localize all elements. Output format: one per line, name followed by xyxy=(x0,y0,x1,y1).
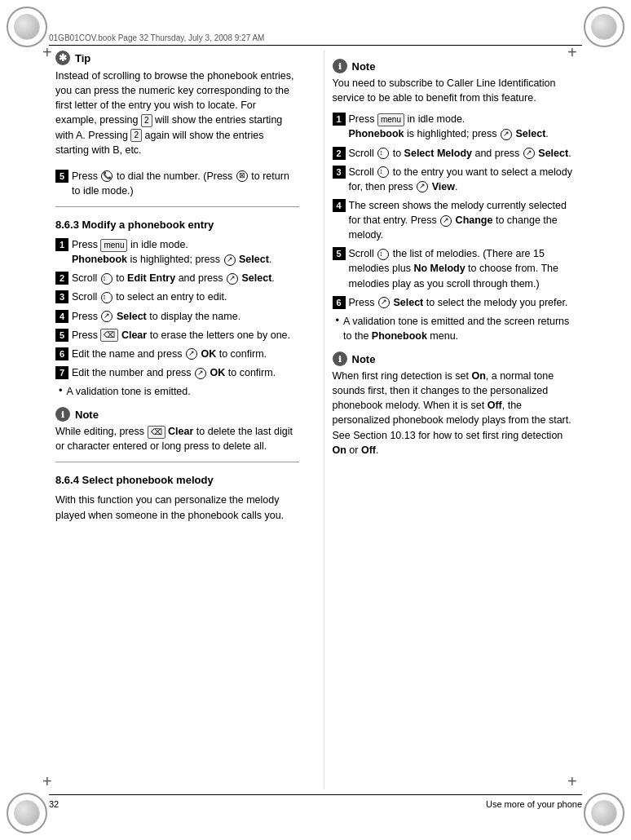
863-step-3-num: 3 xyxy=(55,290,68,303)
end-icon: ⊠ xyxy=(236,170,248,182)
863-note-label: Note xyxy=(75,409,99,421)
863-note-icon: ℹ xyxy=(55,407,70,422)
clear-key-2: ⌫ xyxy=(148,426,165,439)
863-note: ℹ Note While editing, press ⌫ Clear to d… xyxy=(55,407,299,453)
footer-page-number: 32 xyxy=(49,799,59,809)
footer-page-label: Use more of your phone xyxy=(486,799,582,809)
right-note-bottom-header: ℹ Note xyxy=(333,351,576,366)
863-step-1-num: 1 xyxy=(55,238,68,251)
tip-body: Instead of scrolling to browse the phone… xyxy=(55,69,299,157)
864-step-2-num: 2 xyxy=(333,147,346,160)
corner-decoration-bl xyxy=(7,793,47,833)
section-863-heading: 8.6.3 Modify a phonebook entry xyxy=(55,219,299,231)
right-note-top: ℹ Note You need to subscribe to Caller L… xyxy=(333,59,576,105)
863-step-6-content: Edit the name and press ↗ OK to confirm. xyxy=(72,347,299,361)
scroll-icon-r2 xyxy=(377,148,389,159)
right-column: ℹ Note You need to subscribe to Caller L… xyxy=(324,51,576,789)
divider-2 xyxy=(55,462,299,462)
863-bullet-text: A validation tone is emitted. xyxy=(67,384,191,399)
863-step-7-num: 7 xyxy=(55,366,68,379)
change-icon-r4: ↗ xyxy=(440,215,452,227)
view-icon-r3: ↗ xyxy=(417,181,428,192)
corner-decoration-tr xyxy=(584,7,624,47)
page-container: 01GB01COV.book Page 32 Thursday, July 3,… xyxy=(0,0,631,840)
864-step-4: 4 The screen shows the melody currently … xyxy=(333,198,576,242)
864-step-6: 6 Press ↗ Select to select the melody yo… xyxy=(333,295,576,310)
scroll-icon-r3 xyxy=(377,166,389,178)
863-step-3-content: Scroll to select an entry to edit. xyxy=(72,290,299,304)
select-icon-r6: ↗ xyxy=(378,297,390,308)
864-step-6-content: Press ↗ Select to select the melody you … xyxy=(349,295,576,310)
content-area: ✱ Tip Instead of scrolling to browse the… xyxy=(55,51,576,789)
step-5-number: 5 xyxy=(55,170,68,183)
863-step-3: 3 Scroll to select an entry to edit. xyxy=(55,290,299,304)
corner-decoration-tl xyxy=(7,7,47,47)
select-icon-r2: ↗ xyxy=(523,148,535,159)
864-step-3: 3 Scroll to the entry you want to select… xyxy=(333,165,576,194)
scroll-icon-2 xyxy=(101,273,113,285)
divider-1 xyxy=(55,206,299,207)
menu-key-r1: menu xyxy=(377,113,404,126)
864-step-4-content: The screen shows the melody currently se… xyxy=(349,198,576,242)
right-note-bottom-text: When first ring detection is set On, a n… xyxy=(333,369,576,458)
863-note-header: ℹ Note xyxy=(55,407,299,422)
863-step-2-content: Scroll to Edit Entry and press ↗ Select. xyxy=(72,271,299,285)
scroll-icon-3 xyxy=(101,292,113,303)
section-864-heading: 8.6.4 Select phonebook melody xyxy=(55,474,299,486)
menu-key-1: menu xyxy=(100,239,127,252)
864-step-3-num: 3 xyxy=(333,166,346,179)
864-bullet: A validation tone is emitted and the scr… xyxy=(336,314,576,343)
step-5-content: Press 📞 to dial the number. (Press ⊠ to … xyxy=(72,169,299,198)
tip-section: ✱ Tip Instead of scrolling to browse the… xyxy=(55,51,299,157)
tip-label: Tip xyxy=(75,52,90,64)
tip-key1: 2 xyxy=(141,114,152,127)
section-864-text: With this function you can personalize t… xyxy=(55,493,299,522)
864-step-2-content: Scroll to Select Melody and press ↗ Sele… xyxy=(349,146,576,161)
864-step-1-num: 1 xyxy=(333,113,346,126)
863-step-1: 1 Press menu in idle mode. Phonebook is … xyxy=(55,237,299,267)
right-note-top-text: You need to subscribe to Caller Line Ide… xyxy=(333,76,576,105)
select-icon-2: ↗ xyxy=(227,273,238,285)
left-column: ✱ Tip Instead of scrolling to browse the… xyxy=(55,51,307,789)
863-step-5-num: 5 xyxy=(55,329,68,342)
864-step-6-num: 6 xyxy=(333,296,346,309)
863-step-2: 2 Scroll to Edit Entry and press ↗ Selec… xyxy=(55,271,299,285)
864-step-5-num: 5 xyxy=(333,247,346,260)
864-step-5: 5 Scroll the list of melodies. (There ar… xyxy=(333,246,576,290)
right-note-bottom-icon: ℹ xyxy=(333,351,347,366)
right-note-bottom: ℹ Note When first ring detection is set … xyxy=(333,351,576,458)
tip-icon: ✱ xyxy=(55,51,70,65)
863-step-5: 5 Press ⌫ Clear to erase the letters one… xyxy=(55,328,299,343)
863-step-7-content: Edit the number and press ↗ OK to confir… xyxy=(72,365,299,380)
863-step-6: 6 Edit the name and press ↗ OK to confir… xyxy=(55,347,299,361)
header-text: 01GB01COV.book Page 32 Thursday, July 3,… xyxy=(49,33,264,42)
863-bullet: A validation tone is emitted. xyxy=(59,384,299,399)
864-step-4-num: 4 xyxy=(333,199,346,212)
864-step-3-content: Scroll to the entry you want to select a… xyxy=(349,165,576,194)
step-5-row: 5 Press 📞 to dial the number. (Press ⊠ t… xyxy=(55,169,299,198)
863-step-1-content: Press menu in idle mode. Phonebook is hi… xyxy=(72,237,299,267)
ok-icon-6: ↗ xyxy=(186,348,197,360)
864-bullet-text: A validation tone is emitted and the scr… xyxy=(343,314,576,343)
select-icon-r1: ↗ xyxy=(501,129,512,140)
corner-decoration-br xyxy=(584,793,624,833)
864-step-5-content: Scroll the list of melodies. (There are … xyxy=(349,246,576,290)
863-step-4: 4 Press ↗ Select to display the name. xyxy=(55,309,299,324)
footer-bar: 32 Use more of your phone xyxy=(49,794,582,809)
clear-key-1: ⌫ xyxy=(100,329,118,342)
tip-header: ✱ Tip xyxy=(55,51,299,65)
863-step-7: 7 Edit the number and press ↗ OK to conf… xyxy=(55,365,299,380)
dial-icon: 📞 xyxy=(101,170,113,182)
863-step-5-content: Press ⌫ Clear to erase the letters one b… xyxy=(72,328,299,343)
863-step-4-num: 4 xyxy=(55,310,68,323)
select-icon-1: ↗ xyxy=(224,254,236,266)
864-step-1: 1 Press menu in idle mode. Phonebook is … xyxy=(333,112,576,141)
right-note-top-icon: ℹ xyxy=(333,59,347,73)
864-step-1-content: Press menu in idle mode. Phonebook is hi… xyxy=(349,112,576,141)
select-icon-4: ↗ xyxy=(101,311,113,322)
right-note-top-header: ℹ Note xyxy=(333,59,576,73)
ok-icon-7: ↗ xyxy=(195,368,206,379)
right-note-bottom-label: Note xyxy=(352,353,376,365)
863-step-4-content: Press ↗ Select to display the name. xyxy=(72,309,299,324)
header-bar: 01GB01COV.book Page 32 Thursday, July 3,… xyxy=(49,31,582,46)
